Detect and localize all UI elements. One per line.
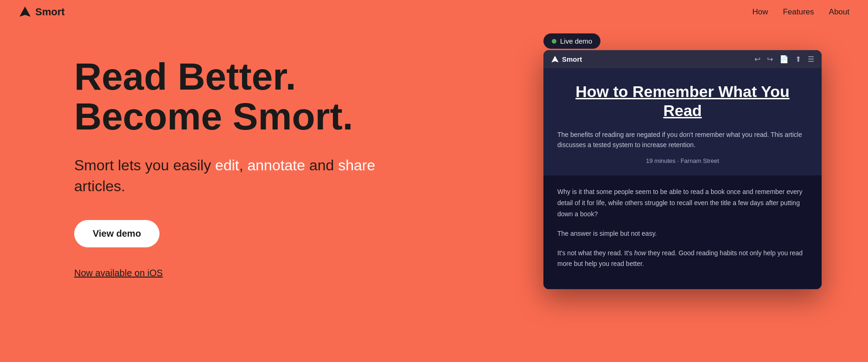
demo-logo-text: Smort — [562, 55, 582, 63]
demo-toolbar-logo: Smort — [551, 55, 749, 64]
nav-about[interactable]: About — [829, 7, 849, 17]
demo-toolbar-icons: ↩ ↪ 📄 ⬆ ☰ — [754, 55, 814, 64]
subtext-highlight-edit: edit — [215, 157, 239, 174]
subtext-after: articles. — [74, 178, 125, 194]
logo-icon — [19, 6, 32, 19]
document-icon[interactable]: 📄 — [779, 55, 789, 64]
logo-text: Smort — [35, 6, 65, 18]
hero-left: Read Better. Become Smort. Smort lets yo… — [74, 38, 543, 278]
subtext-between1: , — [239, 157, 248, 174]
demo-window: Smort ↩ ↪ 📄 ⬆ ☰ How to Remember What You… — [543, 50, 822, 289]
demo-toolbar: Smort ↩ ↪ 📄 ⬆ ☰ — [543, 50, 822, 68]
nav-links: How Features About — [752, 7, 849, 17]
live-dot-icon — [552, 39, 556, 44]
demo-article-header: How to Remember What You Read The benefi… — [543, 68, 822, 175]
hero-section: Read Better. Become Smort. Smort lets yo… — [0, 24, 868, 289]
live-demo-badge: Live demo — [543, 33, 600, 49]
demo-article-body: Why is it that some people seem to be ab… — [543, 175, 822, 289]
view-demo-button[interactable]: View demo — [74, 220, 160, 247]
share-icon[interactable]: ⬆ — [795, 55, 801, 64]
subtext-between2: and — [305, 157, 338, 174]
demo-article-subtitle: The benefits of reading are negated if y… — [557, 129, 808, 150]
body-paragraph-1: Why is it that some people seem to be ab… — [557, 187, 808, 220]
live-demo-label: Live demo — [560, 37, 592, 45]
subtext-before: Smort lets you easily — [74, 157, 215, 174]
hero-subtext: Smort lets you easily edit, annotate and… — [74, 155, 399, 197]
body-paragraph-2: The answer is simple but not easy. — [557, 228, 808, 239]
nav-features[interactable]: Features — [783, 7, 814, 17]
nav-how[interactable]: How — [752, 7, 768, 17]
subtext-highlight-annotate: annotate — [247, 157, 305, 174]
logo[interactable]: Smort — [19, 6, 65, 19]
menu-icon[interactable]: ☰ — [808, 55, 814, 64]
hero-headline: Read Better. Become Smort. — [74, 57, 543, 136]
headline-line1: Read Better. — [74, 55, 296, 97]
headline-line2: Become Smort. — [74, 95, 353, 137]
subtext-highlight-share: share — [338, 157, 375, 174]
navbar: Smort How Features About — [0, 0, 868, 24]
demo-article-title: How to Remember What You Read — [557, 82, 808, 120]
undo-icon[interactable]: ↩ — [754, 55, 760, 64]
body-paragraph-3: It's not what they read. It's how they r… — [557, 248, 808, 270]
body-p3-italic: how — [634, 249, 646, 257]
demo-article-content: How to Remember What You Read The benefi… — [543, 68, 822, 289]
body-p3-before: It's not what they read. It's — [557, 249, 634, 257]
hero-right: Live demo Smort ↩ ↪ 📄 ⬆ ☰ — [543, 33, 831, 289]
demo-logo-icon — [551, 55, 559, 64]
redo-icon[interactable]: ↪ — [767, 55, 773, 64]
demo-article-meta: 19 minutes · Farnam Street — [557, 157, 808, 164]
ios-link[interactable]: Now available on iOS — [74, 268, 543, 278]
